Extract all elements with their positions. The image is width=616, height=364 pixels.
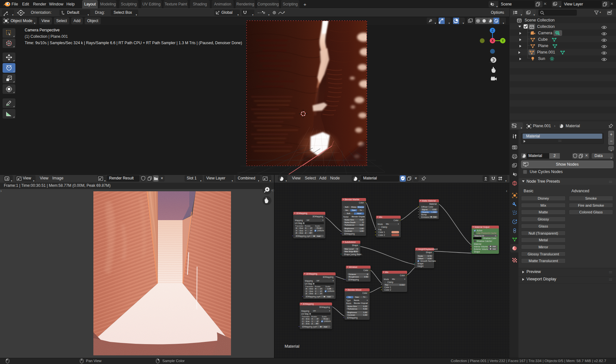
svg-text:X: X <box>492 39 494 43</box>
svg-text:Y: Y <box>502 39 504 43</box>
svg-text:Z: Z <box>492 29 493 32</box>
